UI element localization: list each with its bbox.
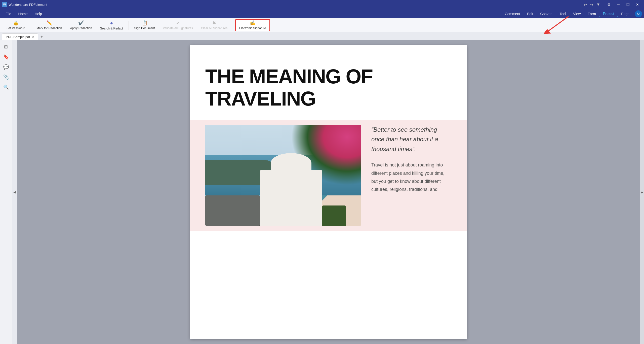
bookmarks-icon[interactable]: 🔖	[2, 52, 11, 61]
menu-help[interactable]: Help	[31, 11, 46, 17]
menubar: File Home Help Comment Edit Convert Tool…	[0, 9, 644, 18]
pdf-page: THE MEANING OF TRAVELING “Better t	[190, 45, 467, 339]
set-password-label: Set Password	[7, 26, 25, 30]
quick-access-toolbar: ↩ ↪ ▼	[583, 2, 601, 8]
pdf-travel-image	[205, 125, 361, 226]
pdf-main-title: THE MEANING OF TRAVELING	[205, 65, 452, 110]
apply-redaction-button[interactable]: ✔️ Apply Redaction	[66, 19, 95, 31]
pdf-viewer[interactable]: THE MEANING OF TRAVELING “Better t	[17, 40, 640, 344]
clear-signatures-label: Clear All Signatures	[201, 26, 227, 30]
minimize-btn[interactable]: ─	[614, 0, 623, 9]
search-icon[interactable]: 🔍	[2, 83, 11, 92]
separator-2	[129, 21, 129, 30]
dropdown-icon[interactable]: ▼	[595, 2, 601, 7]
img-plant	[322, 205, 346, 226]
apply-redaction-label: Apply Redaction	[70, 26, 92, 30]
mark-for-redaction-label: Mark for Redaction	[36, 26, 62, 30]
pdf-body-text: Travel is not just about roaming into di…	[371, 161, 452, 194]
search-redact-button[interactable]: ● Search & Redact	[97, 19, 127, 31]
ribbon: 🔒 Set Password ✏️ Mark for Redaction ✔️ …	[0, 18, 644, 32]
titlebar: W Wondershare PDFelement ↩ ↪ ▼ ⚙ ─ ❐ ✕	[0, 0, 644, 9]
validate-signatures-icon: ✔	[176, 20, 180, 26]
attachments-icon[interactable]: 📎	[2, 73, 11, 82]
sign-document-button[interactable]: 📋 Sign Document	[131, 19, 158, 31]
comments-icon[interactable]: 💬	[2, 62, 11, 72]
menu-form[interactable]: Form	[584, 11, 599, 17]
pdf-quote-section: “Better to see something once than hear …	[371, 125, 452, 194]
redo-icon[interactable]: ↪	[589, 2, 594, 8]
electronic-signature-button[interactable]: ✍️ Electronic Signature	[235, 19, 270, 31]
mark-redaction-icon: ✏️	[47, 20, 52, 26]
window-controls: ⚙ ─ ❐ ✕	[604, 0, 642, 9]
left-sidebar: ⊞ 🔖 💬 📎 🔍	[0, 40, 12, 344]
undo-icon[interactable]: ↩	[583, 2, 588, 8]
search-redact-label: Search & Redact	[100, 27, 123, 30]
new-tab-button[interactable]: +	[38, 33, 45, 40]
collapse-panel-button[interactable]: ◀	[12, 40, 17, 344]
electronic-signature-icon: ✍️	[250, 20, 255, 26]
mark-for-redaction-button[interactable]: ✏️ Mark for Redaction	[33, 19, 65, 31]
menu-page[interactable]: Page	[618, 11, 633, 17]
apply-redaction-icon: ✔️	[78, 20, 84, 26]
app-title: Wondershare PDFelement	[9, 3, 580, 7]
panels-icon[interactable]: ⊞	[2, 42, 11, 51]
set-password-button[interactable]: 🔒 Set Password	[3, 19, 29, 31]
sign-document-icon: 📋	[142, 20, 147, 26]
menu-comment[interactable]: Comment	[501, 11, 524, 17]
img-chairs	[205, 195, 260, 226]
menu-file[interactable]: File	[2, 11, 15, 17]
tab-pdf-sample[interactable]: PDF-Sample.pdf ✕	[2, 33, 38, 40]
img-building-dome	[271, 153, 311, 173]
separator-1	[31, 21, 31, 30]
app-icon: W	[2, 2, 7, 7]
menu-tool[interactable]: Tool	[556, 11, 570, 17]
search-redact-icon: ●	[110, 20, 113, 26]
menu-convert[interactable]: Convert	[537, 11, 556, 17]
sign-document-label: Sign Document	[134, 26, 155, 30]
restore-btn[interactable]: ❐	[623, 0, 632, 9]
right-collapse-button[interactable]: ▶	[640, 40, 644, 344]
electronic-signature-label: Electronic Signature	[239, 26, 266, 30]
menu-home[interactable]: Home	[15, 11, 31, 17]
validate-signatures-button[interactable]: ✔ Validate All Signatures	[159, 19, 196, 31]
pdf-image-section: “Better to see something once than hear …	[190, 120, 467, 231]
tab-close-icon[interactable]: ✕	[32, 35, 34, 39]
tabbar: PDF-Sample.pdf ✕ +	[0, 32, 644, 40]
set-password-icon: 🔒	[13, 20, 19, 26]
separator-3	[233, 21, 233, 30]
pdf-title-section: THE MEANING OF TRAVELING	[190, 45, 467, 120]
menu-view[interactable]: View	[570, 11, 584, 17]
clear-signatures-icon: ✖	[212, 20, 216, 26]
settings-btn[interactable]: ⚙	[604, 0, 613, 9]
user-avatar[interactable]: U	[635, 10, 642, 17]
pdf-quote: “Better to see something once than hear …	[371, 125, 452, 154]
main-content: ⊞ 🔖 💬 📎 🔍 ◀ THE MEANING OF TRAVELING	[0, 40, 644, 344]
menu-protect[interactable]: Protect	[599, 11, 618, 17]
validate-signatures-label: Validate All Signatures	[163, 26, 193, 30]
clear-signatures-button[interactable]: ✖ Clear All Signatures	[197, 19, 231, 31]
tab-label: PDF-Sample.pdf	[6, 35, 30, 39]
close-btn[interactable]: ✕	[633, 0, 642, 9]
img-building	[260, 170, 322, 226]
menu-edit[interactable]: Edit	[524, 11, 537, 17]
